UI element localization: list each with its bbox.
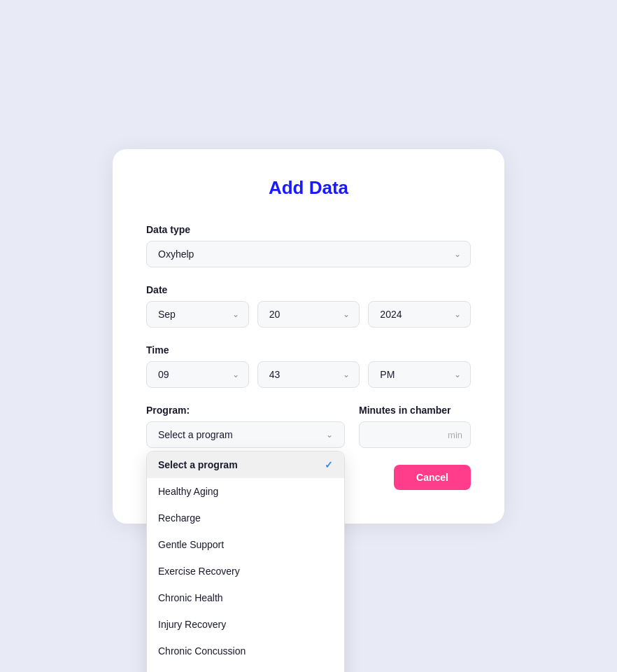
program-dropdown: Select a program ✓ Healthy Aging Recharg… xyxy=(146,451,345,673)
time-field: Time 0102030405 06070809 101112 ⌄ 000510… xyxy=(146,344,471,388)
day-select[interactable]: 12345 678910 1112131415 1617181920 21222… xyxy=(257,301,360,328)
data-type-select[interactable]: Oxyhelp Type B Type C xyxy=(146,241,471,267)
date-field: Date JanFebMarApr MayJunJulAug SepOctNov… xyxy=(146,284,471,328)
program-chevron-icon: ⌄ xyxy=(326,430,333,440)
time-label: Time xyxy=(146,344,471,356)
program-select-box[interactable]: Select a program ⌄ xyxy=(146,421,345,448)
date-row: JanFebMarApr MayJunJulAug SepOctNovDec ⌄… xyxy=(146,301,471,328)
period-select[interactable]: AM PM xyxy=(368,361,471,388)
year-select[interactable]: 2020202120222023 20242025 xyxy=(368,301,471,328)
program-label: Program: xyxy=(146,405,345,416)
time-row: 0102030405 06070809 101112 ⌄ 0005101520 … xyxy=(146,361,471,388)
hour-select[interactable]: 0102030405 06070809 101112 xyxy=(146,361,249,388)
dropdown-item-select-program[interactable]: Select a program ✓ xyxy=(147,451,344,478)
month-select[interactable]: JanFebMarApr MayJunJulAug SepOctNovDec xyxy=(146,301,249,328)
program-section: Program: Select a program ⌄ Select a pro… xyxy=(146,405,345,448)
dropdown-item-injury-recovery[interactable]: Injury Recovery xyxy=(147,611,344,638)
minute-select[interactable]: 0005101520 25303540 43455055 xyxy=(257,361,360,388)
minutes-unit: min xyxy=(448,429,462,440)
add-data-modal: Add Data Data type Oxyhelp Type B Type C… xyxy=(113,149,504,524)
data-type-label: Data type xyxy=(146,224,471,235)
program-selected-value: Select a program xyxy=(158,429,233,440)
minutes-section: Minutes in chamber min xyxy=(359,405,471,448)
cancel-button[interactable]: Cancel xyxy=(394,465,471,490)
date-label: Date xyxy=(146,284,471,295)
dropdown-item-healthy-aging[interactable]: Healthy Aging xyxy=(147,478,344,505)
minutes-label: Minutes in chamber xyxy=(359,405,471,416)
period-wrapper: AM PM ⌄ xyxy=(368,361,471,388)
day-wrapper: 12345 678910 1112131415 1617181920 21222… xyxy=(257,301,360,328)
program-minutes-row: Program: Select a program ⌄ Select a pro… xyxy=(146,405,471,448)
dropdown-item-gentle-support[interactable]: Gentle Support xyxy=(147,531,344,558)
minutes-input-wrapper: min xyxy=(359,421,471,448)
data-type-wrapper: Oxyhelp Type B Type C ⌄ xyxy=(146,241,471,267)
dropdown-item-recharge[interactable]: Recharge xyxy=(147,505,344,531)
minute-wrapper: 0005101520 25303540 43455055 ⌄ xyxy=(257,361,360,388)
year-wrapper: 2020202120222023 20242025 ⌄ xyxy=(368,301,471,328)
dropdown-item-chronic-concussion[interactable]: Chronic Concussion xyxy=(147,638,344,664)
dropdown-item-exercise-recovery[interactable]: Exercise Recovery xyxy=(147,558,344,584)
check-icon: ✓ xyxy=(325,459,333,470)
dropdown-item-chronic-health[interactable]: Chronic Health xyxy=(147,584,344,611)
modal-title: Add Data xyxy=(146,177,471,199)
hour-wrapper: 0102030405 06070809 101112 ⌄ xyxy=(146,361,249,388)
dropdown-item-preconditioning[interactable]: Preconditioning xyxy=(147,664,344,673)
month-wrapper: JanFebMarApr MayJunJulAug SepOctNovDec ⌄ xyxy=(146,301,249,328)
data-type-field: Data type Oxyhelp Type B Type C ⌄ xyxy=(146,224,471,267)
